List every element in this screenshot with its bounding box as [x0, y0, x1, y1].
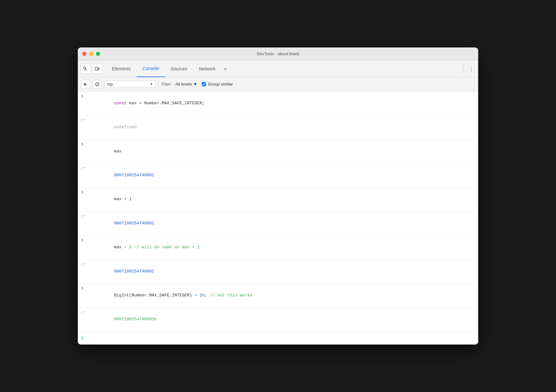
- entry-content: 9007199254740992: [89, 261, 475, 282]
- console-entry: ❮• 9007199254740992: [78, 211, 478, 235]
- context-selector[interactable]: top ▼: [104, 80, 156, 88]
- entry-output-arrow: ❮•: [81, 309, 89, 315]
- entry-input-arrow[interactable]: ❯: [81, 237, 89, 242]
- group-similar-checkbox[interactable]: [202, 82, 206, 86]
- entry-content: BigInt(Number.MAX_SAFE_INTEGER) + 2n; //…: [89, 285, 475, 305]
- prompt-arrow-icon: ❯: [81, 335, 83, 340]
- entry-input-arrow[interactable]: ❯: [81, 93, 89, 98]
- tab-console[interactable]: Console: [137, 60, 165, 77]
- titlebar: DevTools - about:blank: [78, 47, 478, 60]
- minimize-button[interactable]: [89, 52, 93, 56]
- tab-elements[interactable]: Elements: [106, 60, 137, 77]
- console-entry: ❮• 9007199254740992: [78, 260, 478, 284]
- console-entry: ❯ const max = Number.MAX_SAFE_INTEGER;: [78, 91, 478, 115]
- maximize-button[interactable]: [96, 52, 100, 56]
- device-toolbar-button[interactable]: [92, 64, 102, 74]
- window-title: DevTools - about:blank: [257, 51, 299, 56]
- entry-output-arrow: ❮•: [81, 165, 89, 170]
- levels-arrow-icon: ▼: [193, 82, 197, 87]
- filter-label: Filter: [161, 82, 171, 87]
- entry-output-arrow: ❮•: [81, 117, 89, 122]
- console-entry: ❮• 9007199254740991: [78, 163, 478, 187]
- titlebar-buttons: [82, 52, 100, 56]
- tabs-divider: [463, 64, 463, 73]
- entry-input-arrow[interactable]: ❯: [81, 141, 89, 147]
- tabs-bar: Elements Console Sources Network » ⋮: [78, 60, 478, 77]
- console-output: ❯ const max = Number.MAX_SAFE_INTEGER; ❮…: [78, 91, 478, 345]
- more-tabs-button[interactable]: »: [221, 66, 229, 72]
- run-script-button[interactable]: [81, 80, 90, 89]
- console-entry: ❯ max + 1: [78, 188, 478, 211]
- tab-sources[interactable]: Sources: [165, 60, 193, 77]
- entry-content: max: [89, 141, 475, 161]
- svg-rect-4: [98, 68, 99, 70]
- toolbar-divider: [159, 80, 159, 88]
- tab-network[interactable]: Network: [193, 60, 221, 77]
- svg-rect-0: [84, 67, 86, 69]
- tabs-right-actions: ⋮: [462, 64, 476, 73]
- svg-rect-3: [95, 67, 98, 70]
- entry-output-arrow: ❮•: [81, 213, 89, 219]
- tabs-left-icons: [80, 64, 102, 74]
- console-toolbar: top ▼ Filter All levels ▼ Group similar: [78, 77, 478, 91]
- group-similar-label: Group similar: [208, 82, 233, 87]
- log-levels-button[interactable]: All levels ▼: [173, 81, 199, 88]
- entry-content: 9007199254740991: [89, 165, 475, 185]
- entry-content: max + 2 // will be same as max + 1: [89, 237, 475, 257]
- entry-content: undefined: [89, 117, 475, 137]
- entry-content: const max = Number.MAX_SAFE_INTEGER;: [89, 93, 475, 113]
- devtools-window: DevTools - about:blank: [78, 47, 478, 345]
- console-prompt[interactable]: ❯: [78, 332, 478, 345]
- entry-output-arrow: ❮•: [81, 261, 89, 267]
- entry-input-arrow[interactable]: ❯: [81, 189, 89, 195]
- console-entry: ❮• undefined: [78, 115, 478, 139]
- devtools-menu-button[interactable]: ⋮: [467, 65, 476, 72]
- console-entry: ❯ BigInt(Number.MAX_SAFE_INTEGER) + 2n; …: [78, 284, 478, 307]
- console-entry: ❯ max: [78, 139, 478, 163]
- inspect-element-button[interactable]: [80, 64, 91, 74]
- entry-content: 9007199254740992: [89, 213, 475, 233]
- devtools-panel: Elements Console Sources Network » ⋮: [78, 60, 478, 345]
- console-entry: ❮• 9007199254740993n: [78, 308, 478, 332]
- close-button[interactable]: [82, 52, 87, 56]
- context-arrow-icon: ▼: [150, 82, 153, 86]
- group-similar-checkbox-label[interactable]: Group similar: [202, 82, 233, 87]
- entry-content: 9007199254740993n: [89, 309, 475, 330]
- svg-line-7: [96, 83, 98, 86]
- block-icon-button[interactable]: [93, 80, 102, 89]
- entry-input-arrow[interactable]: ❯: [81, 285, 89, 291]
- entry-content: max + 1: [89, 189, 475, 210]
- svg-marker-5: [84, 83, 87, 86]
- console-entry: ❯ max + 2 // will be same as max + 1: [78, 235, 478, 259]
